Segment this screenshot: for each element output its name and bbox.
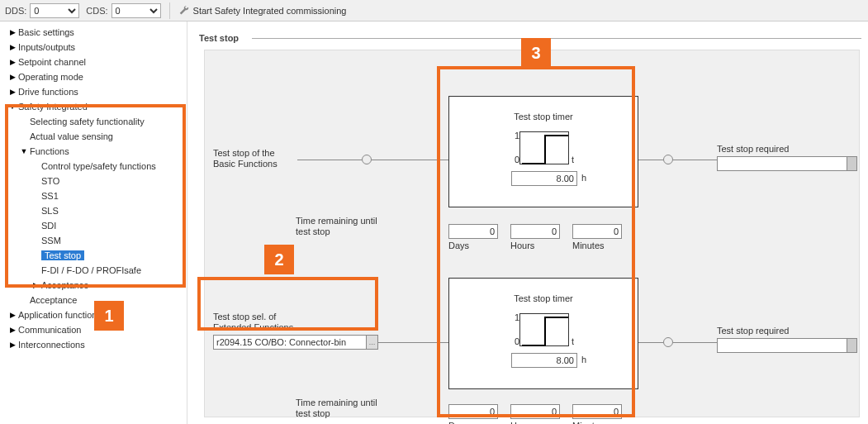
dds-selector: DDS: 0 xyxy=(5,3,79,18)
extended-timer-value[interactable]: 8.00 xyxy=(511,353,577,368)
basic-days-label: Days xyxy=(448,241,469,251)
tree-application-functions[interactable]: ▶Application functions xyxy=(0,307,187,322)
basic-hours-label: Hours xyxy=(510,241,534,251)
navigation-tree[interactable]: ▶Basic settings ▶Inputs/outputs ▶Setpoin… xyxy=(0,21,187,424)
toolbar-separator xyxy=(169,2,170,19)
cds-selector: CDS: 0 xyxy=(86,3,160,18)
tree-actual-value-sensing[interactable]: ▶Actual value sensing xyxy=(0,129,187,144)
start-safety-commissioning-button[interactable]: Start Safety Integrated commissioning xyxy=(178,5,347,17)
extended-days-value: 0 xyxy=(448,404,498,419)
basic-required-label: Test stop required xyxy=(717,144,789,155)
extended-output-node[interactable] xyxy=(663,337,673,347)
extended-timer-block: Test stop timer 1 0 t 8.00 h xyxy=(448,278,638,389)
tree-communication[interactable]: ▶Communication xyxy=(0,322,187,337)
tree-drive-functions[interactable]: ▶Drive functions xyxy=(0,84,187,99)
basic-minutes-label: Minutes xyxy=(572,241,605,251)
line4 xyxy=(673,160,717,160)
annotation-number-1: 1 xyxy=(94,301,124,331)
extended-minutes-value: 0 xyxy=(572,404,622,419)
annotation-number-3: 3 xyxy=(521,38,551,68)
tree-acceptance[interactable]: ▶Acceptance xyxy=(0,278,187,293)
tree-sto[interactable]: ▶STO xyxy=(0,174,187,188)
basic-required-output[interactable] xyxy=(717,156,857,171)
tree-sdi[interactable]: ▶SDI xyxy=(0,218,187,233)
diagram-canvas: Test stop of the Basic Functions Test st… xyxy=(204,50,860,417)
basic-hours-value: 0 xyxy=(510,224,560,239)
extended-days-label: Days xyxy=(448,421,469,424)
extended-required-output[interactable] xyxy=(717,338,857,353)
panel-title: Test stop xyxy=(196,33,242,43)
basic-minutes-value: 0 xyxy=(572,224,622,239)
param-browse-button[interactable]: … xyxy=(366,336,377,349)
tree-fdi-fdo[interactable]: ▶F-DI / F-DO / PROFIsafe xyxy=(0,263,187,278)
content-panel: Test stop Test stop of the Basic Functio… xyxy=(187,21,868,424)
extended-hours-label: Hours xyxy=(510,421,534,424)
tree-basic-settings[interactable]: ▶Basic settings xyxy=(0,25,187,40)
basic-timer-graph: 1 0 t xyxy=(519,131,569,164)
basic-timer-block: Test stop timer 1 0 t 8.00 h xyxy=(448,96,638,207)
tree-functions[interactable]: ▼Functions xyxy=(0,144,187,159)
tree-inputs-outputs[interactable]: ▶Inputs/outputs xyxy=(0,40,187,55)
line7 xyxy=(673,342,717,343)
extended-param-value: r2094.15 CO/BO: Connector-bin xyxy=(214,337,366,347)
basic-days-value: 0 xyxy=(448,224,498,239)
extended-timer-title: Test stop timer xyxy=(449,293,638,304)
cds-select[interactable]: 0 xyxy=(111,3,161,18)
cds-label: CDS: xyxy=(86,6,107,16)
tree-operating-mode[interactable]: ▶Operating mode xyxy=(0,69,187,84)
top-toolbar: DDS: 0 CDS: 0 Start Safety Integrated co… xyxy=(0,0,868,21)
basic-remaining-label: Time remaining until test stop xyxy=(296,216,377,237)
tree-interconnections[interactable]: ▶Interconnections xyxy=(0,337,187,352)
basic-output-node[interactable] xyxy=(663,155,673,164)
extended-timer-unit: h xyxy=(581,355,586,365)
basic-timer-unit: h xyxy=(581,173,586,183)
tree-ssm[interactable]: ▶SSM xyxy=(0,233,187,248)
extended-timer-graph: 1 0 t xyxy=(519,313,569,346)
tree-setpoint-channel[interactable]: ▶Setpoint channel xyxy=(0,55,187,69)
tree-test-stop[interactable]: ▶Test stop xyxy=(0,248,187,263)
extended-required-label: Test stop required xyxy=(717,326,789,336)
tree-sls[interactable]: ▶SLS xyxy=(0,203,187,218)
extended-functions-label: Test stop sel. of Extended Functions xyxy=(213,312,293,333)
line6 xyxy=(638,342,663,343)
tree-safety-integrated[interactable]: ▼Safety Integrated xyxy=(0,99,187,114)
basic-input-node[interactable] xyxy=(362,155,372,164)
line2 xyxy=(372,160,448,160)
wrench-icon xyxy=(178,5,190,17)
tree-acceptance-2[interactable]: ▶Acceptance xyxy=(0,293,187,307)
tree-ss1[interactable]: ▶SS1 xyxy=(0,188,187,203)
extended-param-field[interactable]: r2094.15 CO/BO: Connector-bin … xyxy=(213,335,378,350)
safety-tool-label: Start Safety Integrated commissioning xyxy=(193,6,347,16)
extended-hours-value: 0 xyxy=(510,404,560,419)
line3 xyxy=(638,160,663,160)
line5 xyxy=(378,342,448,343)
basic-timer-value[interactable]: 8.00 xyxy=(511,171,577,186)
dds-label: DDS: xyxy=(5,6,26,16)
extended-minutes-label: Minutes xyxy=(572,421,605,424)
dds-select[interactable]: 0 xyxy=(30,3,79,18)
tree-control-type[interactable]: ▶Control type/safety functions xyxy=(0,159,187,174)
extended-remaining-label: Time remaining until test stop xyxy=(296,398,377,419)
annotation-number-2: 2 xyxy=(264,245,294,274)
basic-functions-label: Test stop of the Basic Functions xyxy=(213,148,277,169)
tree-selecting-safety[interactable]: ▶Selecting safety functionality xyxy=(0,114,187,129)
line1 xyxy=(297,160,362,160)
title-divider xyxy=(252,38,861,39)
basic-timer-title: Test stop timer xyxy=(449,112,638,122)
